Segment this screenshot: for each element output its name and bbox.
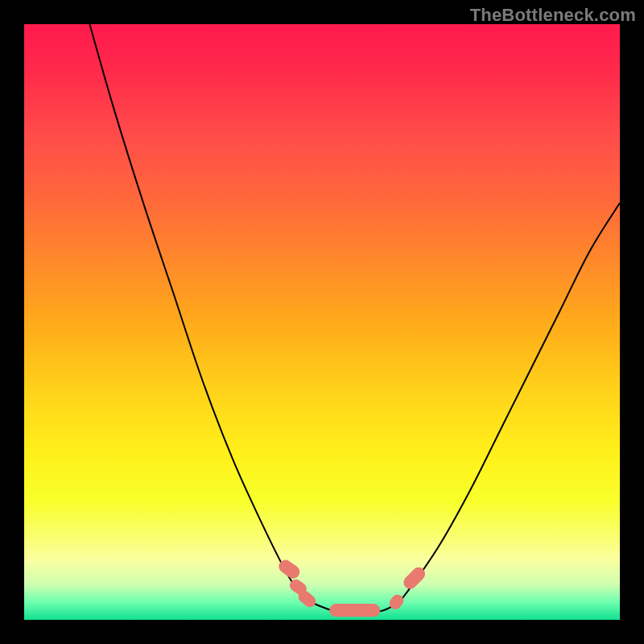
marker-pill [387,592,407,612]
chart-frame: TheBottleneck.com [0,0,644,644]
floor-markers [276,557,427,617]
watermark-text: TheBottleneck.com [470,5,636,26]
marker-pill [329,604,380,617]
curve-right-branch [399,203,620,602]
plot-area [24,24,620,620]
curve-layer [24,24,620,620]
curve-left-branch [89,24,310,602]
